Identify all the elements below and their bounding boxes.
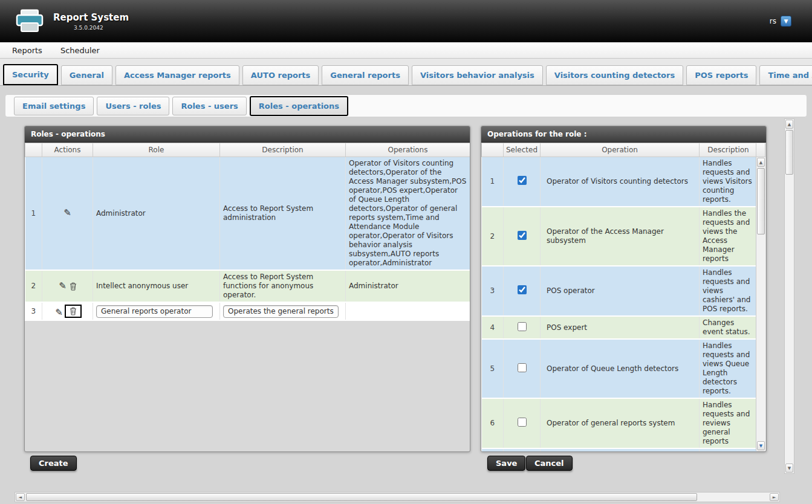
tab-auto-reports[interactable]: AUTO reports	[242, 65, 319, 85]
edit-icon[interactable]: ✎	[55, 308, 63, 317]
row-number: 2	[25, 270, 42, 302]
row-number: 6	[482, 398, 504, 448]
column-header: Description	[700, 143, 758, 157]
column-header	[25, 143, 42, 157]
scrollbar-thumb[interactable]	[757, 168, 765, 234]
role-description-input[interactable]	[223, 305, 339, 318]
roles-table: Actions Role Description Operations 1 ✎ …	[25, 143, 470, 321]
delete-icon[interactable]	[70, 282, 77, 291]
create-button[interactable]: Create	[30, 456, 77, 471]
operation-description: Handles the requests and views the Acces…	[700, 207, 758, 266]
selected-cell	[504, 266, 541, 316]
save-button[interactable]: Save	[487, 456, 525, 471]
scroll-down-icon[interactable]: ▼	[757, 441, 765, 450]
actions-cell: ✎	[42, 157, 93, 271]
scrollbar-thumb[interactable]	[785, 130, 793, 175]
operation-name: Operator of Queue Length detectors	[541, 339, 700, 398]
role-operations: Operator of Visitors counting detectors,…	[346, 157, 470, 271]
operation-checkbox[interactable]	[518, 363, 527, 372]
operation-description: Handles requests and	[700, 448, 758, 452]
column-header: Operation	[541, 143, 700, 157]
edit-icon[interactable]: ✎	[59, 282, 67, 291]
page-horizontal-scrollbar[interactable]: ◄ ►	[15, 492, 780, 502]
tab-pos-reports[interactable]: POS reports	[686, 65, 756, 85]
page-vertical-scrollbar[interactable]: ▲ ▼	[784, 118, 794, 474]
actions-cell: ✎	[42, 302, 93, 320]
operation-description: Handles requests and views Visitors coun…	[700, 157, 758, 207]
app-version: 3.5.0.2042	[74, 25, 129, 31]
operation-row: 5Operator of Queue Length detectorsHandl…	[482, 339, 758, 398]
main-tab-bar: SecurityGeneralAccess Manager reportsAUT…	[0, 59, 812, 86]
tab-access-manager-reports[interactable]: Access Manager reports	[115, 65, 239, 85]
operation-name: Operator of Visitors counting detectors	[541, 157, 700, 207]
role-description: Access to Report System functions for an…	[220, 270, 346, 302]
column-header: Description	[220, 143, 346, 157]
edit-icon[interactable]: ✎	[63, 208, 71, 218]
sub-tab-bar: Email settingsUsers - rolesRoles - users…	[5, 94, 807, 117]
operation-name: Operator of the Access Manager subsystem	[541, 207, 700, 266]
selected-cell	[504, 316, 541, 339]
operation-description: Handles requests and reviews general rep…	[700, 398, 758, 448]
subtab-roles-operations[interactable]: Roles - operations	[250, 96, 348, 116]
operation-description: Handles requests and views Queue Length …	[700, 339, 758, 398]
role-row: 1 ✎ Administrator Access to Report Syste…	[25, 157, 470, 271]
tab-general[interactable]: General	[61, 65, 112, 85]
chevron-down-icon: ▼	[784, 18, 788, 24]
operation-checkbox[interactable]	[518, 231, 527, 240]
scroll-up-icon[interactable]: ▲	[785, 120, 793, 129]
operation-checkbox[interactable]	[518, 176, 527, 185]
operation-row: 6Operator of general reports systemHandl…	[482, 398, 758, 448]
column-header: Operations	[346, 143, 470, 157]
role-name-cell	[93, 302, 220, 320]
role-row: 2 ✎ Intellect anonymous user Access to R…	[25, 270, 470, 302]
tab-general-reports[interactable]: General reports	[322, 65, 409, 85]
scroll-left-icon[interactable]: ◄	[16, 493, 25, 501]
scrollbar-thumb[interactable]	[26, 493, 697, 501]
menu-scheduler[interactable]: Scheduler	[60, 46, 100, 55]
user-name: rs	[770, 17, 776, 25]
scroll-down-icon[interactable]: ▼	[785, 464, 793, 473]
report-system-logo-icon	[16, 9, 44, 33]
roles-table-header-row: Actions Role Description Operations	[25, 143, 470, 157]
role-row-editing: 3 ✎	[25, 302, 470, 320]
user-menu-button[interactable]: ▼	[781, 16, 791, 27]
scroll-up-icon[interactable]: ▲	[757, 158, 765, 167]
operation-name	[541, 448, 700, 452]
user-area: rs ▼	[770, 16, 791, 27]
role-name-input[interactable]	[96, 305, 213, 318]
column-header: Role	[93, 143, 220, 157]
operation-checkbox[interactable]	[518, 285, 527, 294]
subtab-roles-users[interactable]: Roles - users	[172, 97, 246, 115]
delete-icon[interactable]	[70, 307, 77, 315]
operation-name: Operator of general reports system	[541, 398, 700, 448]
row-number: 2	[482, 207, 504, 266]
subtab-email-settings[interactable]: Email settings	[14, 97, 94, 115]
tab-visitors-counting-detectors[interactable]: Visitors counting detectors	[546, 65, 683, 85]
selected-cell	[504, 157, 541, 207]
column-header	[482, 143, 504, 157]
scrollbar-header-stub	[756, 143, 765, 157]
cancel-button[interactable]: Cancel	[526, 456, 573, 471]
menu-reports[interactable]: Reports	[12, 46, 42, 55]
tab-visitors-behavior-analysis[interactable]: Visitors behavior analysis	[412, 65, 543, 85]
app-title: Report System	[53, 12, 129, 23]
operations-vertical-scrollbar[interactable]: ▲ ▼	[756, 157, 765, 451]
role-description-cell	[220, 302, 346, 320]
operation-checkbox[interactable]	[518, 322, 527, 331]
tab-time-and-attendance-reports[interactable]: Time and Attendance reports	[759, 65, 812, 85]
row-number: 5	[482, 339, 504, 398]
row-number	[482, 448, 504, 452]
role-description: Access to Report System administration	[220, 157, 346, 271]
column-header: Selected	[504, 143, 541, 157]
operation-name: POS expert	[541, 316, 700, 339]
tab-security[interactable]: Security	[3, 64, 58, 85]
role-operations	[346, 302, 470, 320]
operations-panel-title: Operations for the role :	[481, 126, 766, 143]
operation-row: 1Operator of Visitors counting detectors…	[482, 157, 758, 207]
operation-checkbox[interactable]	[518, 418, 527, 427]
subtab-users-roles[interactable]: Users - roles	[97, 97, 169, 115]
roles-panel-title: Roles - operations	[25, 126, 470, 143]
selected-cell	[504, 207, 541, 266]
selected-cell	[504, 448, 541, 452]
scroll-right-icon[interactable]: ►	[770, 493, 779, 501]
